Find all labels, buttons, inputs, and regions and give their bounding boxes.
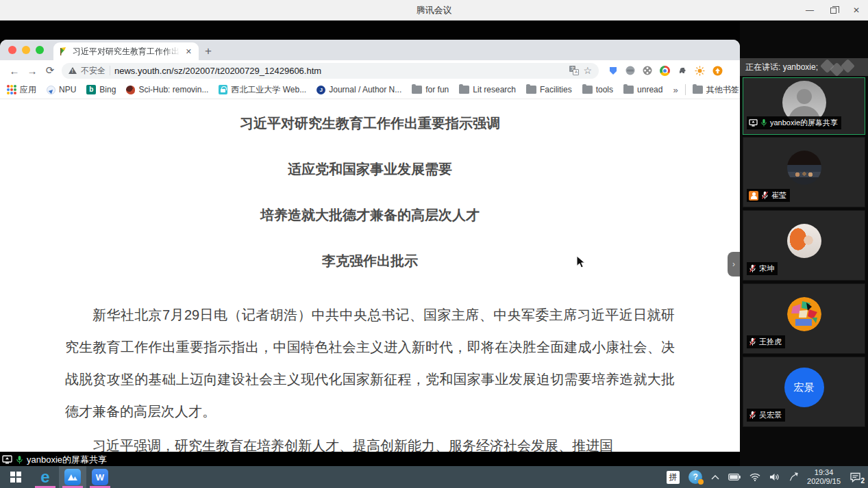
start-button[interactable] xyxy=(0,466,32,488)
microphone-muted-icon xyxy=(749,264,756,273)
reload-button[interactable]: ⟳ xyxy=(41,62,59,79)
bookmark-folder-lit-research[interactable]: Lit research xyxy=(459,85,516,94)
orange-arrow-extension-icon[interactable] xyxy=(712,66,723,76)
host-badge-icon xyxy=(749,191,758,201)
window-title: 腾讯会议 xyxy=(0,0,868,21)
screen-share-banner: yanboxie的屏幕共享 xyxy=(0,452,740,467)
taskbar-clock[interactable]: 19:34 2020/9/15 xyxy=(807,468,841,486)
site-favicon-icon xyxy=(59,47,69,56)
bookmark-scihub[interactable]: Sci-Hub: removin... xyxy=(126,85,208,94)
participant-label: 宋坤 xyxy=(747,262,778,275)
sun-extension-icon[interactable] xyxy=(695,66,705,76)
translate-icon[interactable]: 文A xyxy=(569,66,579,75)
taskbar-wps[interactable]: W xyxy=(86,466,114,488)
clock-time: 19:34 xyxy=(807,468,841,477)
tab-close-icon[interactable]: ✕ xyxy=(184,47,193,56)
page-content: 习近平对研究生教育工作作出重要指示强调 适应党和国家事业发展需要 培养造就大批德… xyxy=(0,99,740,452)
participant-name: 崔莹 xyxy=(771,190,786,201)
tab-strip: 习近平对研究生教育工作作出重要指示强调 ✕ + xyxy=(0,40,740,60)
participant-label: yanboxie的屏幕共享 xyxy=(747,116,841,129)
bookmark-apps[interactable]: 应用 xyxy=(7,84,36,96)
microphone-muted-icon xyxy=(761,191,769,200)
bookmarks-overflow-chevron[interactable]: » xyxy=(673,85,678,95)
article-heading-2: 适应党和国家事业发展需要 xyxy=(65,162,675,177)
bookmark-npu[interactable]: NPU xyxy=(47,85,76,94)
wifi-icon[interactable] xyxy=(749,473,760,481)
new-tab-button[interactable]: + xyxy=(199,42,218,60)
participant-name: 吴宏景 xyxy=(759,410,782,420)
wps-icon: W xyxy=(92,469,108,485)
mac-zoom-icon[interactable] xyxy=(36,46,44,54)
chrome-extension-icon[interactable] xyxy=(660,66,670,76)
bookmarks-divider xyxy=(685,84,686,95)
bookmark-folder-unread[interactable]: unread xyxy=(623,85,662,94)
clock-date: 2020/9/15 xyxy=(807,477,841,486)
mac-minimize-icon[interactable] xyxy=(22,46,30,54)
gray-circle-extension-icon[interactable] xyxy=(625,66,635,75)
question-badge-icon[interactable]: ? xyxy=(689,470,702,484)
back-button[interactable]: ← xyxy=(5,62,23,79)
participant-name: yanboxie的屏幕共享 xyxy=(770,118,838,128)
participant-tile-wangshuanhu[interactable]: 王拴虎 xyxy=(743,283,865,354)
participant-name: 王拴虎 xyxy=(759,337,782,347)
folder-icon xyxy=(526,86,536,94)
battery-icon[interactable] xyxy=(728,474,741,480)
folder-icon xyxy=(412,86,422,94)
mac-close-icon[interactable] xyxy=(8,46,16,54)
lock-icon xyxy=(219,85,227,94)
omnibox-divider xyxy=(110,66,110,75)
blue-shield-extension-icon[interactable] xyxy=(608,66,618,75)
participant-tile-cuiying[interactable]: 崔莹 xyxy=(743,137,865,207)
not-secure-label[interactable]: 不安全 xyxy=(81,65,106,77)
bookmark-folder-for-fun[interactable]: for fun xyxy=(412,85,449,94)
bookmark-folder-other[interactable]: 其他书签 xyxy=(693,84,739,96)
article-paragraph-2: 习近平强调，研究生教育在培养创新人才、提高创新能力、服务经济社会发展、推进国 xyxy=(65,430,675,452)
bookmark-nwpu-web[interactable]: 西北工业大学 Web... xyxy=(219,84,306,96)
window-controls: — ✕ xyxy=(798,0,868,21)
speaking-indicator: 正在讲话: yanboxie; xyxy=(740,58,868,76)
microphone-on-icon xyxy=(16,455,23,465)
mac-traffic-lights xyxy=(0,40,53,60)
article: 习近平对研究生教育工作作出重要指示强调 适应党和国家事业发展需要 培养造就大批德… xyxy=(65,99,675,452)
participant-tile-songkun[interactable]: 宋坤 xyxy=(743,210,865,281)
windows-logo-icon xyxy=(10,472,21,483)
speaker-icon[interactable] xyxy=(769,473,780,481)
extensions-puzzle-icon[interactable] xyxy=(678,66,687,75)
tray-chevron-icon[interactable] xyxy=(711,474,719,480)
address-bar[interactable]: ! 不安全 news.youth.cn/sz/202007/t20200729_… xyxy=(62,63,599,79)
restore-button[interactable] xyxy=(821,0,845,21)
participant-tile-yanboxie[interactable]: yanboxie的屏幕共享 xyxy=(743,77,865,135)
bookmark-star-icon[interactable]: ☆ xyxy=(583,65,592,76)
url-text[interactable]: news.youth.cn/sz/202007/t20200729_124296… xyxy=(114,66,321,76)
share-banner-label: yanboxie的屏幕共享 xyxy=(27,454,107,466)
browser-tab[interactable]: 习近平对研究生教育工作作出重要指示强调 ✕ xyxy=(53,42,199,60)
action-center-button[interactable]: 2 xyxy=(850,472,861,483)
participants-panel: 正在讲话: yanboxie; yanboxie的屏幕共享 崔莹 xyxy=(740,21,868,466)
participant-label: 崔莹 xyxy=(747,189,790,202)
pen-icon[interactable] xyxy=(789,472,798,482)
bookmark-folder-facilities[interactable]: Facilities xyxy=(526,85,572,94)
tencent-meeting-icon xyxy=(64,469,81,485)
taskbar-edge[interactable]: e xyxy=(32,466,59,488)
forward-button[interactable]: → xyxy=(23,62,41,79)
panel-expand-handle[interactable]: › xyxy=(728,252,740,277)
participant-tile-wuhongjing[interactable]: 宏景 吴宏景 xyxy=(743,357,865,427)
folder-icon xyxy=(459,86,469,94)
taskbar-tencent-meeting[interactable] xyxy=(59,466,86,488)
bookmark-bing[interactable]: bBing xyxy=(86,85,116,94)
notification-dot xyxy=(698,479,704,485)
action-center-icon xyxy=(850,472,861,483)
speaking-label: 正在讲话: yanboxie; xyxy=(745,62,818,73)
folder-icon xyxy=(623,86,634,94)
avatar xyxy=(787,224,821,258)
bookmark-folder-tools[interactable]: tools xyxy=(582,85,613,94)
close-button[interactable]: ✕ xyxy=(845,0,868,21)
folder-icon xyxy=(582,86,593,94)
microphone-on-icon xyxy=(760,118,767,127)
ime-indicator[interactable]: 拼 xyxy=(667,471,680,484)
minimize-button[interactable]: — xyxy=(798,0,821,21)
edge-icon: e xyxy=(40,469,49,485)
extension-icons xyxy=(608,66,723,76)
film-reel-extension-icon[interactable] xyxy=(643,66,652,75)
bookmark-journal[interactable]: JJournal / Author N... xyxy=(317,85,401,94)
